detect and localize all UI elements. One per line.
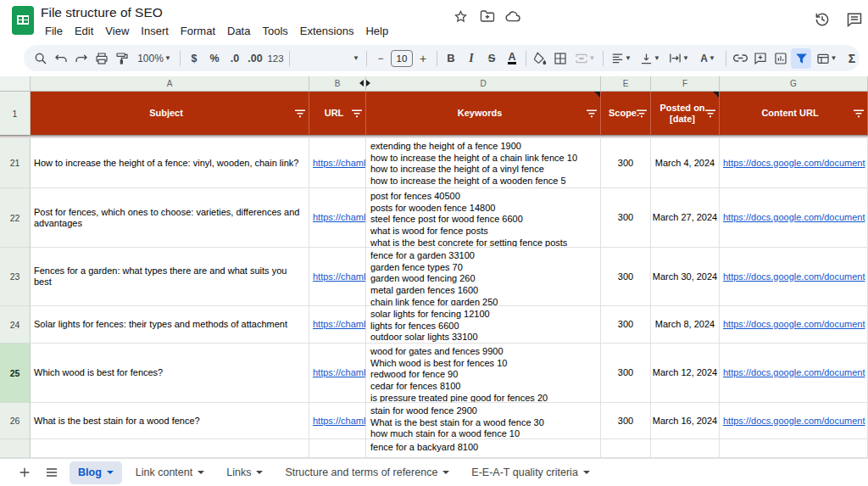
unhide-left-icon[interactable] bbox=[359, 80, 364, 87]
number-format-button[interactable]: 123 bbox=[265, 48, 286, 69]
menu-edit[interactable]: Edit bbox=[69, 23, 99, 39]
content-url-cell[interactable]: https://docs.google.com/document bbox=[720, 344, 868, 403]
select-all-corner[interactable] bbox=[0, 76, 31, 92]
sheet-tab-structure-and-terms[interactable]: Structure and terms of reference bbox=[276, 461, 458, 484]
url-cell[interactable]: https://chamb bbox=[309, 403, 366, 439]
header-cell-content-url[interactable]: Content URL bbox=[720, 92, 868, 136]
subject-cell[interactable]: Post for fences, which ones to choose: v… bbox=[31, 188, 309, 248]
row-header-24[interactable]: 24 bbox=[0, 306, 31, 344]
text-color-button[interactable]: A bbox=[502, 48, 522, 69]
keywords-cell[interactable]: fence for a backyard 8100 bbox=[366, 439, 601, 458]
row-header-23[interactable]: 23 bbox=[0, 248, 31, 306]
decrease-font-size-button[interactable]: − bbox=[370, 48, 391, 69]
tab-menu-icon[interactable] bbox=[583, 471, 590, 474]
posted-date-cell[interactable]: March 8, 2024 bbox=[651, 306, 720, 344]
horizontal-align-icon[interactable]: ▼ bbox=[607, 48, 636, 69]
url-cell[interactable] bbox=[309, 439, 366, 458]
content-url-link[interactable]: https://docs.google.com/document bbox=[723, 416, 865, 427]
content-url-link[interactable]: https://docs.google.com/document bbox=[723, 367, 865, 378]
header-cell-keywords[interactable]: Keywords bbox=[366, 92, 601, 136]
undo-icon[interactable] bbox=[51, 48, 71, 69]
scope-cell[interactable]: 300 bbox=[601, 306, 651, 344]
subject-cell[interactable]: Solar lights for fences: their types and… bbox=[31, 306, 309, 344]
url-link[interactable]: https://chamb bbox=[313, 271, 366, 282]
star-icon[interactable] bbox=[452, 8, 469, 25]
text-wrap-icon[interactable]: ▼ bbox=[665, 48, 693, 69]
menu-view[interactable]: View bbox=[99, 23, 135, 39]
scope-cell[interactable]: 300 bbox=[601, 248, 651, 306]
url-link[interactable]: https://chamb bbox=[313, 319, 366, 330]
menu-file[interactable]: File bbox=[39, 23, 69, 39]
filter-views-icon[interactable]: ▼ bbox=[811, 48, 842, 69]
create-filter-icon[interactable] bbox=[791, 48, 811, 69]
unhide-right-icon[interactable] bbox=[366, 80, 370, 87]
font-size-input[interactable]: 10 bbox=[391, 48, 413, 69]
move-to-folder-icon[interactable] bbox=[479, 8, 496, 25]
row-header-22[interactable]: 22 bbox=[0, 188, 31, 248]
insert-comment-icon[interactable] bbox=[750, 48, 771, 69]
increase-font-size-button[interactable]: + bbox=[413, 48, 433, 69]
tab-menu-icon[interactable] bbox=[107, 471, 114, 474]
decrease-decimal-button[interactable]: .0 bbox=[225, 48, 245, 69]
subject-cell[interactable]: Fences for a garden: what types there ar… bbox=[31, 248, 309, 306]
cloud-status-icon[interactable] bbox=[504, 8, 521, 25]
keywords-cell[interactable]: solar lights for fencing 12100 lights fo… bbox=[366, 306, 601, 344]
url-link[interactable]: https://chamb bbox=[313, 367, 366, 378]
row-header-25[interactable]: 25 bbox=[0, 344, 31, 403]
fill-color-icon[interactable] bbox=[530, 48, 550, 69]
content-url-link[interactable]: https://docs.google.com/document bbox=[723, 319, 865, 330]
content-url-cell[interactable]: https://docs.google.com/document bbox=[720, 138, 868, 188]
menu-data[interactable]: Data bbox=[221, 23, 256, 39]
column-header-b[interactable]: B bbox=[309, 76, 366, 92]
strikethrough-button[interactable]: S bbox=[481, 48, 502, 69]
content-url-cell[interactable]: https://docs.google.com/document bbox=[720, 306, 868, 344]
increase-decimal-button[interactable]: .00 bbox=[245, 48, 265, 69]
hidden-column-c-indicator[interactable] bbox=[359, 80, 370, 87]
posted-date-cell[interactable]: March 27, 2024 bbox=[651, 188, 720, 248]
subject-cell[interactable]: Which wood is best for fences? bbox=[31, 344, 309, 403]
subject-cell[interactable]: What is the best stain for a wood fence? bbox=[31, 403, 309, 439]
scope-cell[interactable]: 300 bbox=[601, 403, 651, 439]
content-url-cell[interactable]: https://docs.google.com/document bbox=[720, 248, 868, 306]
menu-extensions[interactable]: Extensions bbox=[294, 23, 360, 39]
font-family-select[interactable]: ▼ bbox=[293, 49, 363, 68]
url-cell[interactable]: https://chamb bbox=[309, 138, 366, 188]
keywords-cell[interactable]: wood for gates and fences 9900 Which woo… bbox=[366, 344, 601, 403]
insert-link-icon[interactable] bbox=[730, 48, 750, 69]
row-header-21[interactable]: 21 bbox=[0, 138, 31, 188]
menu-format[interactable]: Format bbox=[175, 23, 221, 39]
keywords-cell[interactable]: post for fences 40500 posts for wooden f… bbox=[366, 188, 601, 248]
url-link[interactable]: https://chamb bbox=[313, 416, 366, 427]
url-cell[interactable]: https://chamb bbox=[309, 248, 366, 306]
row-header-27[interactable] bbox=[0, 439, 31, 458]
header-cell-scope[interactable]: Scope. bbox=[601, 92, 651, 136]
sheet-tab-link-content[interactable]: Link content bbox=[127, 461, 213, 484]
header-cell-subject[interactable]: Subject bbox=[31, 92, 309, 136]
posted-date-cell[interactable]: March 16, 2024 bbox=[651, 403, 720, 439]
url-link[interactable]: https://chamb bbox=[313, 158, 366, 169]
posted-date-cell[interactable]: March 30, 2024 bbox=[651, 248, 720, 306]
italic-button[interactable]: I bbox=[461, 48, 481, 69]
column-header-e[interactable]: E bbox=[601, 76, 651, 92]
url-cell[interactable]: https://chamb bbox=[309, 306, 366, 344]
format-percent-button[interactable]: % bbox=[204, 48, 225, 69]
url-cell[interactable]: https://chamb bbox=[309, 188, 366, 248]
comments-icon[interactable] bbox=[843, 8, 865, 31]
functions-icon[interactable]: Σ bbox=[842, 48, 862, 69]
scope-cell[interactable]: 300 bbox=[601, 344, 651, 403]
vertical-align-icon[interactable]: ▼ bbox=[636, 48, 665, 69]
content-url-link[interactable]: https://docs.google.com/document bbox=[723, 212, 865, 223]
print-icon[interactable] bbox=[92, 48, 112, 69]
redo-icon[interactable] bbox=[71, 48, 92, 69]
keywords-cell[interactable]: extending the height of a fence 1900 how… bbox=[366, 138, 601, 188]
column-header-f[interactable]: F bbox=[651, 76, 720, 92]
version-history-icon[interactable] bbox=[811, 8, 833, 31]
tab-menu-icon[interactable] bbox=[198, 471, 204, 474]
sheet-tab-blog[interactable]: Blog bbox=[70, 461, 122, 484]
url-link[interactable]: https://chamb bbox=[313, 212, 366, 223]
sheet-tab-links[interactable]: Links bbox=[218, 461, 271, 484]
content-url-link[interactable]: https://docs.google.com/document bbox=[723, 158, 865, 169]
text-rotation-icon[interactable]: A ▼ bbox=[693, 48, 722, 69]
content-url-cell[interactable]: https://docs.google.com/document bbox=[720, 403, 868, 439]
sheets-logo-icon[interactable] bbox=[12, 6, 34, 35]
